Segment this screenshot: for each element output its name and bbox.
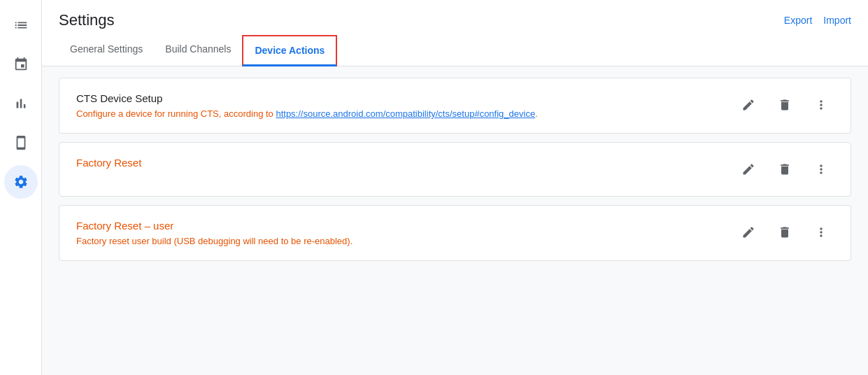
header-actions: Export Import (784, 15, 851, 26)
sidebar-item-analytics[interactable] (4, 87, 38, 120)
sidebar-item-calendar[interactable] (4, 48, 38, 81)
factory-reset-controls (736, 157, 834, 182)
page-title: Settings (59, 11, 115, 29)
factory-reset-user-delete-button[interactable] (772, 220, 797, 245)
cts-setup-content: CTS Device Setup Configure a device for … (76, 92, 719, 119)
cts-setup-delete-button[interactable] (772, 92, 797, 118)
factory-reset-user-controls (736, 220, 834, 245)
factory-reset-user-desc: Factory reset user build (USB debugging … (76, 236, 719, 246)
sidebar-item-device[interactable] (4, 126, 38, 160)
factory-reset-more-button[interactable] (809, 157, 834, 182)
tab-general-settings[interactable]: General Settings (59, 35, 154, 66)
factory-reset-delete-button[interactable] (772, 157, 797, 182)
tab-build-channels[interactable]: Build Channels (154, 35, 242, 66)
tabs-bar: General Settings Build Channels Device A… (42, 35, 868, 66)
cts-setup-edit-button[interactable] (736, 92, 761, 118)
sidebar-item-reports[interactable] (4, 8, 38, 42)
factory-reset-content: Factory Reset (76, 157, 719, 173)
factory-reset-title: Factory Reset (76, 157, 719, 169)
export-link[interactable]: Export (784, 15, 812, 26)
action-card-cts-setup: CTS Device Setup Configure a device for … (59, 78, 851, 134)
sidebar (0, 0, 42, 375)
action-card-factory-reset: Factory Reset (59, 142, 851, 197)
factory-reset-user-content: Factory Reset – user Factory reset user … (76, 220, 719, 246)
factory-reset-edit-button[interactable] (736, 157, 761, 182)
factory-reset-user-title: Factory Reset – user (76, 220, 719, 232)
cts-setup-title: CTS Device Setup (76, 92, 719, 104)
action-card-factory-reset-user: Factory Reset – user Factory reset user … (59, 205, 851, 261)
cts-desc-suffix: . (535, 108, 538, 119)
tab-device-actions[interactable]: Device Actions (242, 35, 337, 66)
cts-setup-desc: Configure a device for running CTS, acco… (76, 108, 719, 119)
cts-desc-text: Configure a device for running CTS, acco… (76, 108, 276, 119)
cts-setup-controls (736, 92, 834, 118)
cts-desc-link[interactable]: https://source.android.com/compatibility… (276, 108, 535, 119)
import-link[interactable]: Import (823, 15, 851, 26)
factory-reset-user-edit-button[interactable] (736, 220, 761, 245)
main-content: Settings Export Import General Settings … (42, 0, 868, 375)
factory-reset-user-more-button[interactable] (809, 220, 834, 245)
sidebar-item-settings[interactable] (4, 165, 38, 199)
content-area: CTS Device Setup Configure a device for … (42, 66, 868, 375)
header: Settings Export Import (42, 0, 868, 29)
cts-setup-more-button[interactable] (809, 92, 834, 118)
